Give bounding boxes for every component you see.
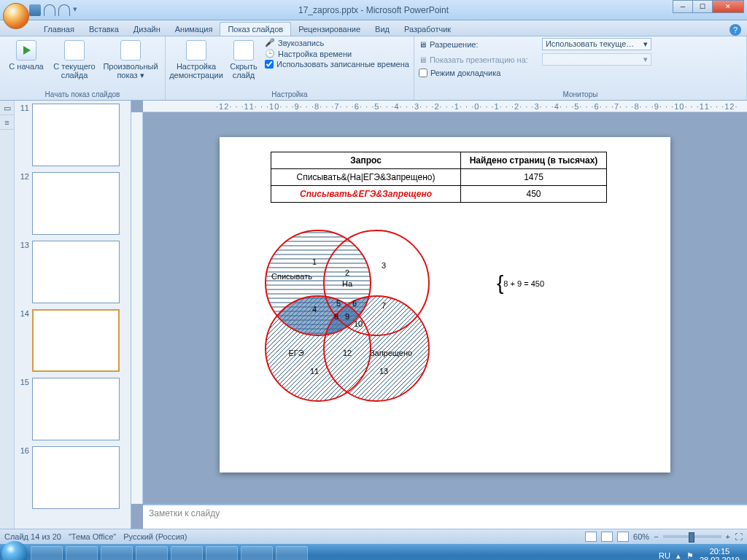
show-on-combo: ▾ — [542, 53, 651, 66]
office-button[interactable] — [3, 3, 29, 29]
monitor2-icon: 🖥 — [419, 55, 427, 64]
status-theme: "Тема Office" — [69, 532, 116, 541]
undo-icon[interactable] — [44, 4, 55, 16]
status-slide: Слайд 14 из 20 — [4, 532, 61, 541]
notes-pane[interactable]: Заметки к слайду — [143, 504, 747, 529]
redo-icon[interactable] — [58, 4, 70, 16]
task-app4[interactable] — [136, 546, 168, 560]
show-on-label: Показать презентацию на: — [430, 55, 539, 64]
hide-icon — [233, 40, 254, 61]
zoom-out-button[interactable]: − — [654, 532, 658, 541]
td-r1c2: 1475 — [461, 169, 607, 186]
fit-button[interactable]: ⛶ — [735, 532, 743, 541]
task-powerpoint[interactable] — [241, 546, 273, 560]
thumb-11[interactable]: 11 — [18, 104, 128, 166]
custom-show-button[interactable]: Произвольный показ ▾ — [101, 38, 160, 80]
tab-design[interactable]: Дизайн — [126, 23, 168, 36]
status-lang[interactable]: Русский (Россия) — [123, 532, 187, 541]
tray-clock[interactable]: 20:1528.02.2019 — [700, 547, 740, 560]
presenter-label: Режим докладчика — [430, 69, 500, 77]
hide-slide-button[interactable]: Скрыть слайд — [227, 38, 260, 79]
save-icon[interactable] — [29, 4, 41, 16]
resolution-combo[interactable]: Использовать текуще…▾ — [542, 38, 651, 50]
task-chrome[interactable] — [171, 546, 203, 560]
maximize-button[interactable]: ☐ — [692, 0, 713, 13]
td-r2c1: Списывать&ЕГЭ&Запрещено — [271, 186, 461, 203]
custom-show-icon — [120, 40, 141, 61]
tab-home[interactable]: Главная — [36, 23, 82, 36]
svg-text:12: 12 — [343, 349, 352, 357]
tray-flag-icon[interactable]: ⚑ — [686, 551, 694, 561]
task-app3[interactable] — [101, 546, 133, 560]
thumb-14[interactable]: 14 — [18, 309, 128, 372]
record-narration-button[interactable]: 🎤Звукозапись — [265, 38, 409, 47]
td-r1c1: Списывать&(На|ЕГЭ&Запрещено) — [271, 169, 461, 186]
task-pdf[interactable] — [276, 546, 308, 560]
qat-dropdown-icon[interactable]: ▾ — [73, 4, 85, 16]
svg-text:11: 11 — [310, 367, 319, 376]
window-title: 17_zapros.pptx - Microsoft PowerPoint — [298, 5, 449, 15]
slideshow-view-button[interactable] — [617, 532, 629, 542]
svg-text:13: 13 — [379, 367, 388, 376]
slide-panel: ▭ ≡ 11 12 13 14 15 16 — [0, 101, 131, 529]
svg-text:1: 1 — [312, 257, 317, 266]
svg-text:7: 7 — [382, 301, 386, 310]
vertical-ruler — [131, 112, 143, 504]
svg-text:6: 6 — [352, 299, 357, 308]
zoom-slider[interactable] — [663, 535, 721, 538]
sorter-view-button[interactable] — [601, 532, 613, 542]
chevron-down-icon: ▾ — [643, 39, 648, 49]
thumb-12[interactable]: 12 — [18, 172, 128, 235]
task-explorer[interactable] — [31, 546, 63, 560]
use-timings-checkbox[interactable]: Использовать записанные времена — [265, 60, 409, 69]
status-bar: Слайд 14 из 20 "Тема Office" Русский (Ро… — [0, 529, 747, 544]
slide-canvas[interactable]: ЗапросНайдено страниц (в тысячах) Списыв… — [143, 112, 747, 504]
system-tray[interactable]: RU ▴ ⚑ 20:1528.02.2019 — [659, 547, 746, 560]
task-word[interactable] — [206, 546, 238, 560]
svg-text:9: 9 — [345, 312, 349, 321]
start-button[interactable] — [1, 541, 28, 560]
horizontal-ruler: ·12· · ·11· · ·10· · ·9· · ·8· · ·7· · ·… — [143, 101, 747, 112]
thumb-16[interactable]: 16 — [18, 446, 128, 509]
group-label-monitors: Мониторы — [419, 90, 742, 98]
tab-slideshow[interactable]: Показ слайдов — [220, 22, 291, 36]
svg-text:4: 4 — [312, 305, 317, 314]
tab-view[interactable]: Вид — [368, 23, 397, 36]
task-app2[interactable] — [66, 546, 98, 560]
title-bar: ▾ 17_zapros.pptx - Microsoft PowerPoint … — [0, 0, 747, 20]
th-query: Запрос — [271, 152, 461, 169]
svg-text:8: 8 — [334, 312, 338, 321]
zoom-in-button[interactable]: + — [726, 532, 730, 541]
tab-review[interactable]: Рецензирование — [291, 23, 368, 36]
thumb-13[interactable]: 13 — [18, 241, 128, 303]
slide[interactable]: ЗапросНайдено страниц (в тысячах) Списыв… — [220, 137, 670, 472]
setup-show-button[interactable]: Настройка демонстрации — [170, 38, 222, 79]
tab-developer[interactable]: Разработчик — [397, 23, 458, 36]
from-beginning-button[interactable]: С начала — [4, 38, 48, 71]
tab-animation[interactable]: Анимация — [168, 23, 220, 36]
rehearse-timings-button[interactable]: 🕒Настройка времени — [265, 49, 409, 58]
presenter-view-checkbox[interactable] — [419, 69, 427, 77]
ribbon: С начала С текущего слайда Произвольный … — [0, 36, 747, 101]
windows-taskbar: RU ▴ ⚑ 20:1528.02.2019 — [0, 544, 747, 560]
tab-insert[interactable]: Вставка — [82, 23, 126, 36]
quick-access-toolbar: ▾ — [29, 1, 85, 19]
th-count: Найдено страниц (в тысячах) — [461, 152, 607, 169]
svg-text:10: 10 — [354, 319, 363, 328]
from-current-button[interactable]: С текущего слайда — [53, 38, 96, 79]
td-r2c2: 450 — [461, 186, 607, 203]
normal-view-button[interactable] — [585, 532, 597, 542]
tray-up-icon[interactable]: ▴ — [676, 551, 681, 561]
slides-tab-icon[interactable]: ▭ — [0, 101, 14, 115]
close-button[interactable]: ✕ — [712, 0, 744, 13]
tray-lang[interactable]: RU — [659, 551, 670, 560]
group-label-start: Начать показ слайдов — [4, 90, 160, 98]
help-icon[interactable]: ? — [729, 24, 741, 36]
svg-text:2: 2 — [345, 268, 349, 277]
play-icon — [16, 40, 36, 61]
thumbnails[interactable]: 11 12 13 14 15 16 — [15, 101, 131, 529]
minimize-button[interactable]: ─ — [673, 0, 693, 13]
outline-tab-icon[interactable]: ≡ — [0, 115, 14, 130]
thumb-15[interactable]: 15 — [18, 378, 128, 440]
editor-area: ·12· · ·11· · ·10· · ·9· · ·8· · ·7· · ·… — [131, 101, 747, 529]
